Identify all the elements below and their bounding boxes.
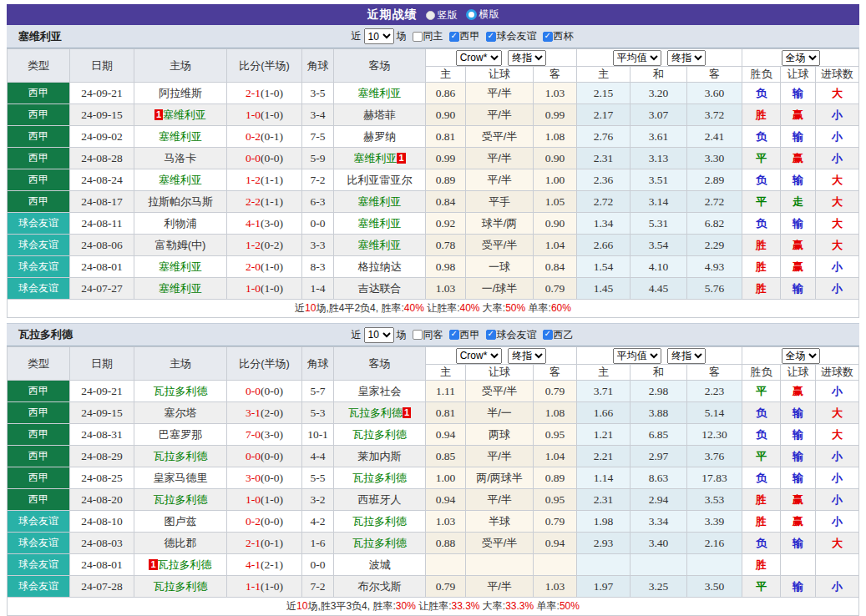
avg-draw-odds: 3.88 bbox=[631, 402, 687, 424]
home-team-link[interactable]: 塞维利亚 bbox=[159, 174, 202, 186]
result-outcome: 平 bbox=[742, 576, 781, 598]
league-checkbox-西甲[interactable] bbox=[449, 330, 459, 340]
league-checkbox-球会友谊[interactable] bbox=[486, 330, 496, 340]
away-team-link[interactable]: 塞维利亚 bbox=[358, 239, 402, 251]
home-team-link[interactable]: 德比郡 bbox=[165, 537, 197, 549]
home-team-link[interactable]: 马洛卡 bbox=[165, 152, 197, 164]
home-team-link[interactable]: 塞维利亚 bbox=[163, 109, 206, 121]
home-team-link[interactable]: 拉斯帕尔马斯 bbox=[148, 195, 213, 208]
crow-final-odds-select[interactable]: 终指 bbox=[508, 348, 546, 364]
away-team-link[interactable]: 塞维利亚 bbox=[353, 152, 397, 164]
away-team-link[interactable]: 皇家社会 bbox=[358, 385, 402, 397]
summary-text: 大率: bbox=[480, 600, 506, 612]
away-team-link[interactable]: 赫塔菲 bbox=[363, 109, 396, 121]
filter-recent-label: 近 bbox=[352, 29, 362, 43]
date-cell: 24-08-24 bbox=[70, 169, 134, 191]
bookmaker-select[interactable]: Crow* bbox=[456, 50, 502, 66]
average-select[interactable]: 平均值 bbox=[613, 50, 661, 66]
corner-cell: 7-2 bbox=[302, 576, 334, 598]
home-team-link[interactable]: 塞维利亚 bbox=[159, 260, 202, 273]
match-row: 球会友谊24-08-06富勒姆(中)1-2(0-2)3-3塞维利亚0.78受平/… bbox=[8, 235, 859, 256]
same-venue-checkbox[interactable] bbox=[413, 330, 423, 340]
home-team-cell: 塞维利亚 bbox=[134, 169, 227, 191]
league-checkbox-西杯[interactable] bbox=[543, 32, 553, 42]
away-team-link[interactable]: 赫罗纳 bbox=[363, 130, 396, 143]
home-team-link[interactable]: 瓦拉多利德 bbox=[154, 493, 208, 506]
crow-away-odds: 1.04 bbox=[534, 446, 577, 467]
home-team-link[interactable]: 瓦拉多利德 bbox=[154, 580, 208, 593]
avg-home-odds: 2.31 bbox=[577, 489, 631, 511]
avg-home-odds: 1.45 bbox=[577, 278, 631, 300]
result-goals: 小 bbox=[816, 278, 859, 300]
col-header-goals-result: 进球数 bbox=[816, 365, 859, 381]
avg-final-odds-select[interactable]: 终指 bbox=[667, 50, 706, 66]
away-team-link[interactable]: 瓦拉多利德 bbox=[348, 406, 403, 419]
home-team-link[interactable]: 瓦拉多利德 bbox=[154, 450, 208, 462]
league-checkbox-球会友谊[interactable] bbox=[486, 32, 496, 42]
home-team-link[interactable]: 塞维利亚 bbox=[159, 130, 202, 143]
avg-home-odds: 2.31 bbox=[577, 148, 631, 169]
same-venue-checkbox[interactable] bbox=[413, 32, 423, 42]
away-team-link[interactable]: 比利亚雷亚尔 bbox=[347, 174, 413, 186]
crow-final-odds-select[interactable]: 终指 bbox=[508, 50, 546, 66]
league-checkbox-西甲[interactable] bbox=[449, 32, 459, 42]
avg-home-odds: 2.36 bbox=[577, 169, 631, 191]
home-team-link[interactable]: 利物浦 bbox=[165, 217, 197, 230]
home-team-cell: 瓦拉多利德 bbox=[134, 489, 227, 511]
away-team-link[interactable]: 瓦拉多利德 bbox=[352, 428, 407, 441]
home-team-link[interactable]: 塞维利亚 bbox=[159, 282, 202, 295]
crow-home-odds: 1.00 bbox=[426, 467, 466, 489]
away-team-link[interactable]: 布尔戈斯 bbox=[358, 580, 402, 593]
crow-handicap: 半球 bbox=[466, 511, 534, 533]
home-team-link[interactable]: 塞尔塔 bbox=[165, 406, 197, 419]
fulltime-select[interactable]: 全场 bbox=[782, 348, 820, 364]
home-team-link[interactable]: 图卢兹 bbox=[165, 515, 197, 528]
match-row: 西甲24-08-17拉斯帕尔马斯2-2(1-1)6-3塞维利亚0.84平手1.0… bbox=[8, 191, 859, 213]
col-header-avg-home: 主 bbox=[577, 67, 631, 83]
crow-away-odds: 0.90 bbox=[534, 148, 577, 169]
avg-home-odds: 2.17 bbox=[577, 104, 631, 126]
away-team-link[interactable]: 瓦拉多利德 bbox=[352, 515, 407, 528]
away-team-link[interactable]: 瓦拉多利德 bbox=[352, 537, 407, 549]
away-team-link[interactable]: 格拉纳达 bbox=[358, 260, 402, 273]
same-venue-label: 同主 bbox=[423, 29, 443, 43]
avg-final-odds-select[interactable]: 终指 bbox=[667, 348, 706, 364]
away-team-link[interactable]: 塞维利亚 bbox=[358, 217, 402, 230]
filter-recent-label: 近 bbox=[352, 328, 362, 342]
league-checkbox-西乙[interactable] bbox=[543, 330, 553, 340]
recent-count-select[interactable]: 10 bbox=[364, 28, 394, 44]
away-team-link[interactable]: 莱加内斯 bbox=[358, 450, 402, 462]
full-score: 3-1 bbox=[246, 406, 261, 419]
home-team-link[interactable]: 瓦拉多利德 bbox=[154, 385, 208, 397]
result-outcome: 胜 bbox=[742, 256, 781, 278]
home-team-link[interactable]: 富勒姆(中) bbox=[155, 239, 206, 251]
layout-radio-vertical[interactable]: 竖版 bbox=[426, 8, 458, 23]
away-team-link[interactable]: 西班牙人 bbox=[358, 493, 402, 506]
col-header-corner: 角球 bbox=[302, 49, 334, 83]
summary-text: 近 bbox=[295, 302, 305, 314]
recent-count-select[interactable]: 10 bbox=[364, 327, 394, 343]
col-header-corner: 角球 bbox=[302, 347, 334, 381]
away-team-link[interactable]: 塞维利亚 bbox=[358, 87, 402, 99]
result-handicap: 输 bbox=[781, 213, 816, 235]
away-team-link[interactable]: 塞维利亚 bbox=[358, 195, 402, 208]
home-team-link[interactable]: 皇家马德里 bbox=[154, 472, 208, 484]
away-team-link[interactable]: 波城 bbox=[369, 558, 391, 571]
crow-home-odds: 0.85 bbox=[426, 446, 466, 467]
crow-away-odds: 0.79 bbox=[534, 278, 577, 300]
score-cell: 3-1(2-0) bbox=[227, 402, 302, 424]
home-team-link[interactable]: 阿拉维斯 bbox=[159, 87, 202, 99]
summary-text: 大率: bbox=[480, 302, 506, 314]
fulltime-select[interactable]: 全场 bbox=[782, 50, 820, 66]
bookmaker-select[interactable]: Crow* bbox=[456, 348, 502, 364]
away-team-link[interactable]: 吉达联合 bbox=[358, 282, 402, 295]
average-select[interactable]: 平均值 bbox=[613, 348, 661, 364]
col-header-crow-away: 客 bbox=[534, 67, 577, 83]
away-team-link[interactable]: 瓦拉多利德 bbox=[352, 472, 407, 484]
home-team-link[interactable]: 巴塞罗那 bbox=[159, 428, 202, 441]
match-row: 西甲24-08-20瓦拉多利德1-0(1-0)3-2西班牙人0.94平/半0.9… bbox=[8, 489, 859, 511]
summary-text: 40% bbox=[404, 302, 424, 314]
home-team-link[interactable]: 瓦拉多利德 bbox=[158, 558, 212, 571]
half-score: (0-0) bbox=[261, 385, 283, 397]
layout-radio-horizontal[interactable]: 横版 bbox=[466, 8, 499, 22]
